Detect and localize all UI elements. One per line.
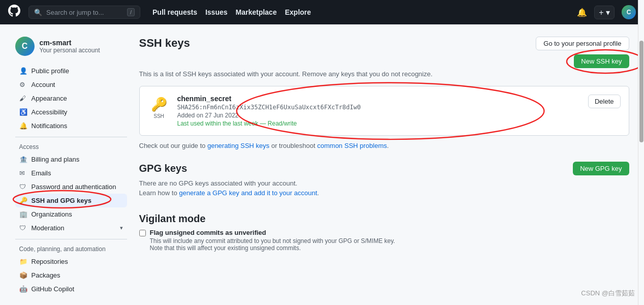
issues-link[interactable]: Issues xyxy=(205,8,228,16)
accessibility-icon: ♿ xyxy=(19,108,27,116)
key-icon-wrap: 🔑 SSH xyxy=(148,97,170,119)
vigilant-section: Vigilant mode Flag unsigned commits as u… xyxy=(139,213,629,252)
github-logo-icon[interactable] xyxy=(8,5,20,20)
key-icon: 🔑 xyxy=(19,197,27,204)
sidebar-item-repositories[interactable]: 📁 Repositories xyxy=(15,255,127,268)
key-info: chenmin_secret SHA256:nFm6nCnI6zXix35ZCH… xyxy=(177,95,581,127)
search-bar[interactable]: 🔍 Search or jump to... / xyxy=(28,6,140,19)
ssh-footer-end: . xyxy=(387,142,389,149)
search-kbd: / xyxy=(127,8,135,16)
search-icon: 🔍 xyxy=(34,9,42,16)
common-ssh-problems-link[interactable]: common SSH problems xyxy=(317,142,387,149)
main-header-row: SSH keys Go to your personal profile New… xyxy=(139,37,629,68)
shield-icon: 🛡 xyxy=(19,183,27,191)
pull-requests-link[interactable]: Pull requests xyxy=(152,8,197,16)
topnav-links: Pull requests Issues Marketplace Explore xyxy=(152,8,311,16)
topnav-right: 🔔 + ▾ C xyxy=(577,5,636,19)
sidebar-subtitle: Your personal account xyxy=(40,47,100,54)
sidebar-item-appearance[interactable]: 🖌 Appearance xyxy=(15,92,127,105)
search-placeholder-text: Search or jump to... xyxy=(46,9,104,16)
marketplace-link[interactable]: Marketplace xyxy=(236,8,277,16)
sidebar-item-billing[interactable]: 🏦 Billing and plans xyxy=(15,152,127,166)
sidebar-item-organizations[interactable]: 🏢 Organizations xyxy=(15,207,127,221)
checkbox-desc2: Note that this will affect your existing… xyxy=(150,245,395,252)
org-icon: 🏢 xyxy=(19,210,27,218)
sidebar-item-ssh-gpg[interactable]: 🔑 SSH and GPG keys xyxy=(15,194,127,207)
repo-icon: 📁 xyxy=(19,258,27,265)
sidebar-label: Public profile xyxy=(32,67,69,75)
bell-icon: 🔔 xyxy=(19,122,27,130)
sidebar-username: cm-smart xyxy=(40,39,100,47)
vigilant-title: Vigilant mode xyxy=(139,213,629,225)
sidebar-avatar: C xyxy=(15,37,35,56)
sidebar-item-password[interactable]: 🛡 Password and authentication xyxy=(15,180,127,194)
checkbox-desc1: This will include any commit attributed … xyxy=(150,237,395,245)
flag-unsigned-checkbox[interactable] xyxy=(139,230,146,236)
sidebar-item-moderation[interactable]: 🛡 Moderation ▾ xyxy=(15,221,127,235)
sidebar-item-notifications[interactable]: 🔔 Notifications xyxy=(15,119,127,133)
main-content: SSH keys Go to your personal profile New… xyxy=(139,37,629,296)
new-ssh-key-button[interactable]: New SSH key xyxy=(574,54,629,68)
sidebar-label: GitHub Copilot xyxy=(32,285,75,293)
sidebar-item-copilot[interactable]: 🤖 GitHub Copilot xyxy=(15,282,127,296)
sidebar-item-account[interactable]: ⚙ Account xyxy=(15,78,127,92)
gpg-learn-suffix: . xyxy=(317,189,319,197)
key-fingerprint: SHA256:nFm6nCnI6zXix35ZCH1eF6UxuSaUxcxt6… xyxy=(177,104,581,111)
sidebar-item-public-profile[interactable]: 👤 Public profile xyxy=(15,64,127,78)
sidebar-label: Appearance xyxy=(32,95,67,102)
ssh-icon-label: SSH xyxy=(154,113,164,119)
delete-key-button[interactable]: Delete xyxy=(588,95,621,108)
key-name: chenmin_secret xyxy=(177,95,581,103)
key-actions: Delete xyxy=(588,95,621,108)
gpg-header-row: GPG keys New GPG key xyxy=(139,162,629,175)
code-label: Code, planning, and automation xyxy=(15,243,127,255)
ssh-desc: This is a list of SSH keys associated wi… xyxy=(139,70,629,78)
key-added: Added on 27 Jun 2022 xyxy=(177,112,581,119)
explore-link[interactable]: Explore xyxy=(285,8,311,16)
sidebar-label: Moderation xyxy=(32,224,65,232)
ssh-key-card: 🔑 SSH chenmin_secret SHA256:nFm6nCnI6zXi… xyxy=(139,86,629,136)
generating-ssh-keys-link[interactable]: generating SSH keys xyxy=(207,142,269,149)
gpg-learn-text: Learn how to generate a GPG key and add … xyxy=(139,189,629,197)
go-to-profile-button[interactable]: Go to your personal profile xyxy=(536,37,629,50)
scrollbar-thumb[interactable] xyxy=(639,41,643,142)
scrollbar[interactable] xyxy=(638,0,644,305)
vigilant-checkbox-row: Flag unsigned commits as unverified This… xyxy=(139,229,629,252)
checkbox-label: Flag unsigned commits as unverified xyxy=(150,229,395,236)
sidebar-label: SSH and GPG keys xyxy=(32,197,92,204)
notification-icon[interactable]: 🔔 xyxy=(577,8,587,17)
sidebar-item-accessibility[interactable]: ♿ Accessibility xyxy=(15,105,127,119)
csdn-watermark: CSDN @白雪茹茹 xyxy=(581,289,635,298)
package-icon: 📦 xyxy=(19,271,27,279)
email-icon: ✉ xyxy=(19,169,27,177)
sidebar-item-emails[interactable]: ✉ Emails xyxy=(15,166,127,180)
ssh-key-icon: 🔑 xyxy=(151,97,167,112)
generate-gpg-key-link[interactable]: generate a GPG key and add it to your ac… xyxy=(179,189,317,197)
sidebar-label: Password and authentication xyxy=(32,183,116,191)
sidebar-label: Account xyxy=(32,81,55,88)
sidebar-label: Accessibility xyxy=(32,108,68,116)
sidebar-user: C cm-smart Your personal account xyxy=(15,37,127,56)
sidebar-label: Notifications xyxy=(32,122,68,130)
sidebar-label: Packages xyxy=(32,271,60,279)
sidebar-item-packages[interactable]: 📦 Packages xyxy=(15,268,127,282)
sidebar: C cm-smart Your personal account 👤 Publi… xyxy=(15,37,127,296)
ssh-footer-note: Check out our guide to generating SSH ke… xyxy=(139,142,629,149)
ssh-footer-mid: or troubleshoot xyxy=(269,142,317,149)
sidebar-divider xyxy=(15,137,127,137)
new-gpg-key-button[interactable]: New GPG key xyxy=(573,162,629,175)
gpg-learn-prefix: Learn how to xyxy=(139,189,179,197)
mod-icon: 🛡 xyxy=(19,224,27,232)
ssh-keys-title: SSH keys xyxy=(139,37,190,50)
key-last-used: Last used within the last week — Read/wr… xyxy=(177,120,581,127)
create-new-icon[interactable]: + ▾ xyxy=(594,6,615,19)
gpg-keys-title: GPG keys xyxy=(139,163,188,174)
copilot-icon: 🤖 xyxy=(19,285,27,293)
user-avatar[interactable]: C xyxy=(622,5,636,19)
gpg-empty-text: There are no GPG keys associated with yo… xyxy=(139,179,629,187)
chevron-down-icon: ▾ xyxy=(120,225,123,231)
sidebar-label: Organizations xyxy=(32,210,72,218)
sidebar-label: Emails xyxy=(32,169,51,177)
topnav: 🔍 Search or jump to... / Pull requests I… xyxy=(0,0,644,24)
paint-icon: 🖌 xyxy=(19,95,27,102)
